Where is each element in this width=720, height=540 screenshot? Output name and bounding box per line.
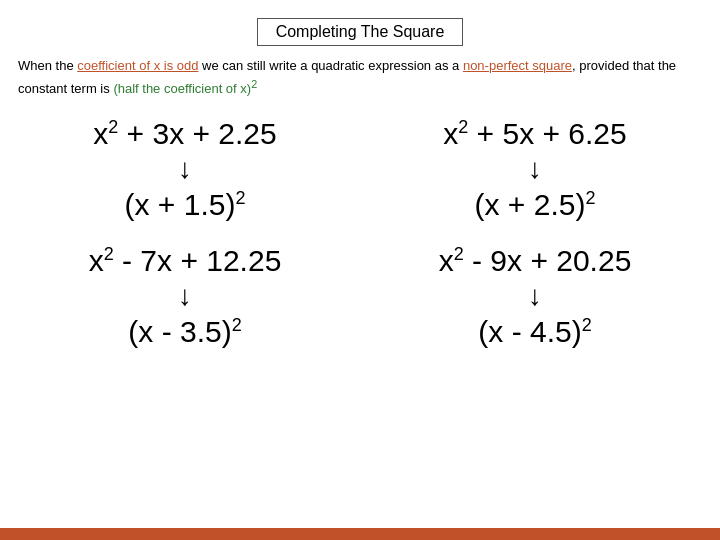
intro-highlight1: coefficient of x is odd — [77, 58, 198, 73]
bottom-bar — [0, 528, 720, 540]
example-3-top: x2 - 7x + 12.25 — [89, 243, 282, 279]
example-2-top: x2 + 5x + 6.25 — [443, 116, 626, 152]
example-2-bottom: (x + 2.5)2 — [475, 187, 596, 223]
example-4-arrow: ↓ — [528, 281, 542, 312]
intro-part1: When the — [18, 58, 77, 73]
example-cell-3: x2 - 7x + 12.25 ↓ (x - 3.5)2 — [10, 243, 360, 350]
page-title: Completing The Square — [257, 18, 464, 46]
example-cell-1: x2 + 3x + 2.25 ↓ (x + 1.5)2 — [10, 116, 360, 223]
intro-part2: we can still write a quadratic expressio… — [198, 58, 462, 73]
example-1-top: x2 + 3x + 2.25 — [93, 116, 276, 152]
example-cell-2: x2 + 5x + 6.25 ↓ (x + 2.5)2 — [360, 116, 710, 223]
example-1-bottom: (x + 1.5)2 — [125, 187, 246, 223]
intro-highlight2: non-perfect square — [463, 58, 572, 73]
examples-grid: x2 + 3x + 2.25 ↓ (x + 1.5)2 x2 + 5x + 6.… — [10, 116, 710, 350]
intro-paragraph: When the coefficient of x is odd we can … — [18, 56, 702, 98]
intro-highlight3: (half the coefficient of x) — [113, 81, 251, 96]
example-2-arrow: ↓ — [528, 154, 542, 185]
example-3-bottom: (x - 3.5)2 — [128, 314, 241, 350]
title-container: Completing The Square — [0, 0, 720, 46]
intro-highlight3-sup: 2 — [251, 81, 257, 96]
example-3-arrow: ↓ — [178, 281, 192, 312]
example-cell-4: x2 - 9x + 20.25 ↓ (x - 4.5)2 — [360, 243, 710, 350]
example-1-arrow: ↓ — [178, 154, 192, 185]
example-4-top: x2 - 9x + 20.25 — [439, 243, 632, 279]
example-4-bottom: (x - 4.5)2 — [478, 314, 591, 350]
